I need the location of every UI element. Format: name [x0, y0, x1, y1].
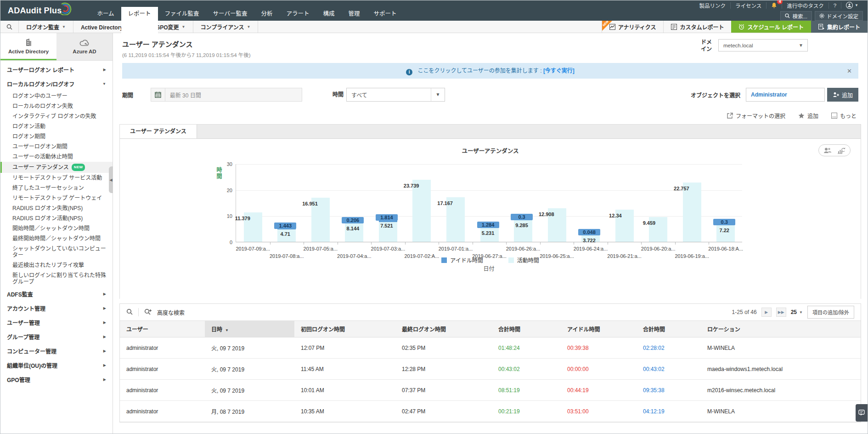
schedule-report-button[interactable]: スケジュール レポート — [731, 21, 811, 33]
time-select[interactable]: すべて ▼ — [346, 88, 445, 102]
user-menu[interactable]: ▼ — [841, 2, 863, 9]
top-nav-item-8[interactable]: サポート — [367, 7, 404, 21]
bar-active-5[interactable] — [412, 180, 431, 242]
sidebar-item-1-16[interactable]: 最近検出されたリプライ攻撃 — [0, 260, 113, 270]
product-links[interactable]: 製品リンク — [694, 2, 730, 9]
aggregate-report-button[interactable]: 集約レポート — [811, 21, 868, 33]
cell-3-1: 月, 08 7 2019 — [205, 401, 294, 422]
column-header-0[interactable]: ユーザー — [120, 321, 205, 337]
sidebar-item-1-4[interactable]: ログオン期間 — [0, 131, 113, 142]
column-header-2[interactable]: 初回ログオン時間 — [294, 321, 395, 337]
sidebar-item-1-15[interactable]: シャットダウンしていないコンピューター — [0, 244, 113, 260]
sidebar-tab-1[interactable]: Azure AD — [56, 33, 113, 60]
top-nav-item-7[interactable]: 管理 — [342, 7, 367, 21]
close-icon[interactable]: ✕ — [847, 68, 852, 74]
format-select-action[interactable]: フォーマットの選択 — [727, 112, 785, 120]
sidebar-item-1-17[interactable]: 新しいログインに割り当てられた特殊グループ — [0, 270, 113, 287]
notifications-button[interactable]: 4 — [766, 2, 782, 9]
analytics-button[interactable]: NEW アナリティクス — [602, 21, 664, 33]
last-page-button[interactable]: ▶▶ — [776, 308, 786, 317]
sidebar-section-0[interactable]: ユーザーログオン レポート▶ — [0, 63, 113, 77]
sidebar-item-1-7[interactable]: ユーザー アテンダンスNEW — [0, 162, 113, 173]
help-button[interactable]: ? — [829, 2, 841, 9]
column-header-5[interactable]: アイドル時間 — [561, 321, 637, 337]
sidebar-item-1-9[interactable]: 終了したユーザーセッション — [0, 183, 113, 193]
sidebar-item-1-1[interactable]: ローカルのログオン失敗 — [0, 101, 113, 111]
bar-active-8[interactable] — [514, 217, 532, 242]
sidebar-section-8[interactable]: GPO管理▶ — [0, 372, 113, 387]
table-row-3[interactable]: administrator月, 08 7 201910:35 AM02:47 P… — [120, 401, 861, 422]
sidebar-item-1-14[interactable]: 最終開始時間／シャットダウン時間 — [0, 234, 113, 244]
table-row-2[interactable]: administrator火, 09 7 201910:01 AM07:37 P… — [120, 380, 861, 401]
advanced-search-label[interactable]: 高度な検索 — [157, 308, 185, 316]
advanced-search-icon[interactable] — [144, 308, 152, 316]
license-link[interactable]: ライセンス — [730, 2, 766, 9]
legend-item-0[interactable]: アイドル時間 — [441, 256, 483, 264]
favorite-add-action[interactable]: 追加 — [798, 112, 818, 120]
run-now-link[interactable]: [今すぐ実行] — [543, 68, 575, 74]
column-header-3[interactable]: 最終ログオン時間 — [395, 321, 492, 337]
top-nav-item-4[interactable]: 分析 — [254, 7, 279, 21]
users-view-icon[interactable] — [823, 147, 832, 154]
sidebar-item-1-5[interactable]: ユーザーログオン期間 — [0, 142, 113, 152]
top-nav-item-6[interactable]: 構成 — [316, 7, 342, 21]
column-header-4[interactable]: 合計時間 — [492, 321, 561, 337]
sidebar-item-1-2[interactable]: インタラクティブ ログオンの失敗 — [0, 111, 113, 121]
sidebar-section-5[interactable]: グループ管理▶ — [0, 330, 113, 344]
sidebar-item-1-8[interactable]: リモートデスクトップ サービス活動 — [0, 173, 113, 183]
calendar-icon[interactable] — [151, 88, 165, 101]
sidebar-section-3[interactable]: アカウント管理▶ — [0, 301, 113, 315]
domain-select[interactable]: metech.local ▼ — [718, 39, 808, 51]
running-tasks-link[interactable]: 進行中のタスク — [782, 2, 829, 9]
sidebar-collapse-handle[interactable]: ◀ — [109, 166, 113, 193]
sidebar-item-1-13[interactable]: 開始時間／シャットダウン時間 — [0, 223, 113, 234]
custom-report-button[interactable]: カスタムレポート — [663, 21, 731, 33]
sidebar-item-1-3[interactable]: ログオン活動 — [0, 121, 113, 131]
bar-active-13[interactable] — [683, 183, 701, 242]
column-header-7[interactable]: ロケーション — [701, 321, 861, 337]
sidebar-section-7[interactable]: 組織単位(OU)の管理▶ — [0, 358, 113, 372]
top-nav-item-0[interactable]: ホーム — [90, 7, 121, 21]
sidebar-item-1-0[interactable]: ログオン中のユーザー — [0, 91, 113, 101]
tab-user-attendance[interactable]: ユーザー アテンダンス — [120, 125, 197, 138]
sidebar-item-1-12[interactable]: RADIUS ログオン活動(NPS) — [0, 213, 113, 223]
table-row-1[interactable]: administrator火, 09 7 201911:45 AM12:28 P… — [120, 359, 861, 380]
sidebar-section-2[interactable]: ADFS監査▶ — [0, 287, 113, 301]
legend-item-1[interactable]: 活動時間 — [508, 256, 539, 264]
page-size-select[interactable]: 25 ▼ — [791, 309, 803, 315]
column-header-1[interactable]: 日時▼ — [205, 321, 294, 337]
top-nav-item-1[interactable]: レポート — [121, 7, 158, 34]
global-search-button[interactable]: 検索... — [780, 11, 812, 21]
more-action[interactable]: もっと — [831, 112, 857, 120]
feedback-chat-button[interactable] — [856, 404, 868, 422]
period-input-group[interactable] — [151, 88, 302, 102]
add-remove-columns-button[interactable]: 項目の追加/除外 — [807, 306, 854, 319]
top-nav-item-5[interactable]: アラート — [279, 7, 316, 21]
period-input[interactable] — [165, 91, 302, 98]
report-category-3[interactable]: コンプライアンス▼ — [193, 21, 259, 33]
sidebar-item-1-10[interactable]: リモートデスクトップ ゲートウェイ — [0, 193, 113, 203]
bar-active-3[interactable] — [345, 221, 363, 242]
chart-refresh-icon[interactable] — [837, 147, 845, 154]
table-row-0[interactable]: administrator火, 09 7 201912:07 PM02:35 P… — [120, 337, 861, 359]
object-input[interactable] — [746, 88, 824, 101]
report-search-button[interactable] — [0, 21, 19, 33]
next-page-button[interactable]: ▶ — [761, 308, 772, 317]
sidebar-section-6[interactable]: コンピューター管理▶ — [0, 344, 113, 358]
x-axis-label-2: 2019-07-05:a... — [294, 246, 347, 251]
chevron-right-icon: ▶ — [103, 363, 106, 367]
sidebar-tab-0[interactable]: Active Directory — [0, 33, 56, 60]
top-nav-item-3[interactable]: サーバー監査 — [206, 7, 254, 21]
column-header-6[interactable]: 合計時間 — [637, 321, 701, 337]
report-category-0[interactable]: ログオン監査▼ — [19, 21, 73, 33]
app-logo[interactable]: ADAudit Plus — [0, 0, 78, 21]
sidebar-item-1-11[interactable]: RADIUS ログオン失敗(NPS) — [0, 203, 113, 213]
add-object-button[interactable]: 追加 — [827, 88, 858, 102]
sidebar-item-1-6[interactable]: ユーザーの活動休止時間 — [0, 152, 113, 162]
sidebar-section-1[interactable]: ローカルログオン/ログオフ▼ — [0, 77, 113, 91]
domain-settings-button[interactable]: ドメイン設定 — [815, 11, 863, 21]
top-nav-item-2[interactable]: ファイル監査 — [158, 7, 206, 21]
sidebar-section-4[interactable]: ユーザー管理▶ — [0, 315, 113, 330]
table-search-icon[interactable] — [126, 308, 133, 316]
results-table-card: 高度な検索 1-25 of 46 ▶ ▶▶ 25 ▼ 項目の追加/除外 — [119, 303, 861, 423]
